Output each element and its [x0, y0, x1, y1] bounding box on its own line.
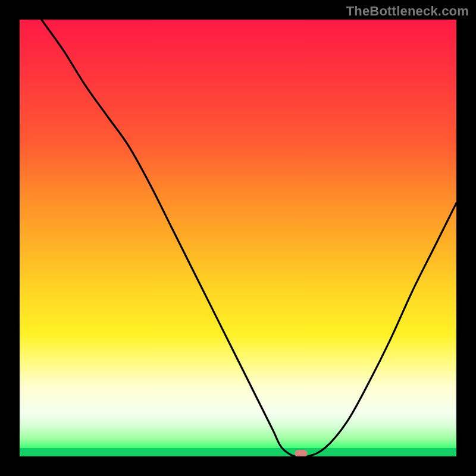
plot-area	[20, 20, 456, 456]
watermark-text: TheBottleneck.com	[346, 4, 469, 19]
optimal-point-marker	[295, 450, 308, 456]
chart-container: TheBottleneck.com	[0, 0, 476, 476]
bottleneck-curve	[20, 20, 456, 456]
